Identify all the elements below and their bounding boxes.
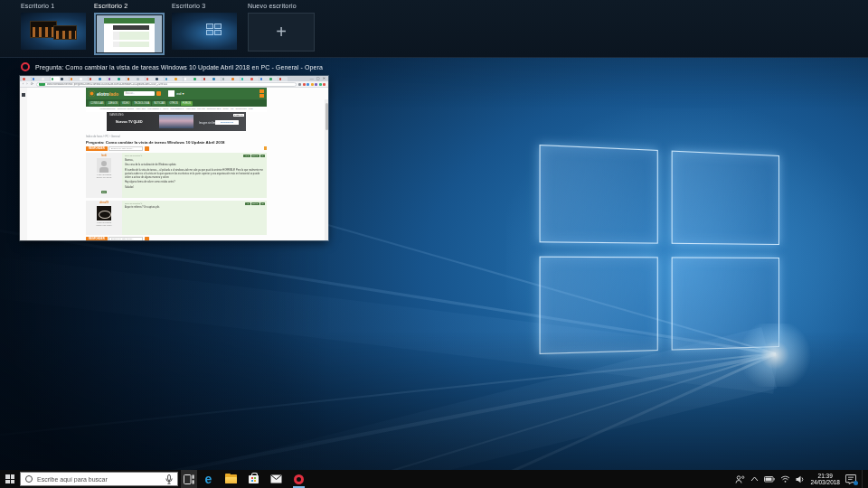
browser-scrollbar[interactable]	[325, 99, 328, 240]
desktop-tile-2-selected[interactable]: Escritorio 2	[94, 3, 165, 55]
extension-icon[interactable]	[315, 83, 317, 86]
extension-icon[interactable]	[298, 83, 301, 86]
nav-otros[interactable]: OTROS	[167, 101, 179, 106]
thread-search-input-bottom[interactable]: Buscar en este tema...	[108, 237, 143, 241]
nav-juegos[interactable]: JUEGOS	[106, 101, 119, 106]
browser-tab[interactable]	[269, 77, 278, 81]
post-number[interactable]: #2	[260, 202, 265, 205]
thread-search-button-bottom[interactable]	[145, 237, 149, 241]
nav-video[interactable]: VÍDEO	[120, 101, 131, 106]
browser-tab[interactable]	[127, 77, 136, 81]
nav-foros[interactable]: FOROS	[181, 101, 193, 106]
thread-search-button[interactable]	[145, 146, 149, 151]
back-icon[interactable]: ‹	[23, 81, 24, 87]
browser-tab[interactable]	[241, 77, 250, 81]
volume-icon[interactable]	[796, 475, 805, 483]
show-desktop-button[interactable]	[862, 470, 864, 488]
post-number[interactable]: #1	[260, 155, 265, 157]
nav-noticias[interactable]: NOTICIAS	[152, 101, 166, 106]
reply-button-bottom[interactable]: RESPONDER	[86, 237, 108, 241]
desktop-tile-1[interactable]: Escritorio 1	[21, 3, 86, 50]
maximize-button[interactable]: ▢	[316, 76, 320, 80]
start-button[interactable]	[0, 470, 20, 488]
browser-tab[interactable]	[222, 77, 231, 81]
browser-tab[interactable]	[98, 77, 107, 81]
desktop-tile-3[interactable]: Escritorio 3	[172, 3, 237, 50]
store-app[interactable]	[242, 470, 265, 488]
user-menu[interactable]: eol ▾	[176, 91, 184, 96]
vote-button[interactable]: +1	[245, 202, 250, 205]
browser-tab[interactable]	[108, 77, 117, 81]
new-desktop-button[interactable]: +	[248, 13, 315, 52]
quote-button[interactable]: CITAR	[251, 155, 259, 157]
browser-tab[interactable]	[184, 77, 193, 81]
browser-tab[interactable]	[136, 77, 145, 81]
extension-icon[interactable]	[303, 83, 306, 86]
reload-icon[interactable]: ⟳	[31, 81, 34, 87]
wifi-icon[interactable]	[780, 475, 790, 483]
reply-button[interactable]: RESPONDER	[86, 146, 108, 151]
browser-tab[interactable]	[212, 77, 221, 81]
mail-app[interactable]	[265, 470, 288, 488]
browser-tab[interactable]	[117, 77, 126, 81]
task-view-button[interactable]	[181, 470, 197, 488]
desktop-3-thumbnail[interactable]	[172, 13, 237, 50]
desktop-1-thumbnail[interactable]	[21, 13, 86, 50]
edge-app[interactable]: e	[197, 470, 220, 488]
taskbar-clock[interactable]: 21:39 24/03/2018	[810, 473, 840, 486]
browser-tab[interactable]	[70, 77, 79, 81]
post-1-author[interactable]: ferdi	[88, 155, 121, 157]
browser-tab[interactable]	[146, 77, 155, 81]
taskbar-search[interactable]: Escribe aquí para buscar	[20, 472, 178, 486]
samsung-ad-banner[interactable]: SAMSUNG Nuevos TV QLED Imagen sin límite…	[107, 112, 246, 131]
opera-app-active[interactable]	[288, 470, 310, 488]
extension-icon[interactable]	[311, 83, 314, 86]
vote-button[interactable]: +1 0	[243, 155, 250, 157]
new-desktop-tile[interactable]: Nuevo escritorio +	[248, 3, 315, 52]
people-icon[interactable]	[735, 475, 745, 483]
ad-cta-button[interactable]: Descúbrelos	[215, 120, 239, 125]
browser-tab[interactable]	[89, 77, 98, 81]
header-action-buttons[interactable]	[259, 89, 264, 98]
browser-tab[interactable]	[165, 77, 174, 81]
minimize-button[interactable]: —	[310, 76, 314, 80]
nav-tecnologia[interactable]: TECNOLOGÍA	[132, 101, 151, 106]
page-icon[interactable]	[264, 146, 268, 151]
browser-tab[interactable]	[155, 77, 164, 81]
browser-tab[interactable]	[231, 77, 240, 81]
browser-tab[interactable]	[51, 77, 60, 81]
file-explorer-app[interactable]	[220, 470, 242, 488]
scrollbar-thumb[interactable]	[326, 103, 328, 130]
thread-search-input[interactable]: Buscar en este tema...	[108, 146, 143, 151]
close-button[interactable]: ✕	[323, 76, 326, 80]
extension-icon[interactable]	[307, 83, 309, 86]
browser-tab[interactable]	[60, 77, 69, 81]
browser-tab[interactable]	[79, 77, 88, 81]
browser-tab[interactable]	[259, 77, 269, 81]
extension-icon[interactable]	[319, 83, 322, 86]
browser-tab[interactable]	[203, 77, 212, 81]
browser-tab[interactable]	[193, 77, 202, 81]
extension-icon[interactable]	[323, 83, 326, 86]
quote-button[interactable]: CITAR	[251, 202, 259, 205]
site-search-button[interactable]	[156, 91, 161, 96]
forward-icon[interactable]: ›	[26, 81, 28, 87]
sidebar-bookmark-icon[interactable]	[22, 93, 25, 97]
url-field[interactable]: www.elotrolado.net/hilo_pregunta-como-ca…	[36, 82, 297, 87]
opera-window-thumbnail[interactable]: — ▢ ✕ ‹ › ⟳ www.elotrolado.net/hilo_preg…	[20, 76, 328, 240]
browser-tab[interactable]	[278, 77, 288, 81]
site-logo[interactable]: elotrolado	[97, 91, 118, 97]
nav-consolas[interactable]: CONSOLAS	[89, 101, 105, 106]
breadcrumb[interactable]: Índice de foros » PC › General	[86, 135, 267, 138]
microphone-icon[interactable]	[165, 474, 173, 484]
chevron-up-icon[interactable]	[750, 476, 759, 482]
user-avatar[interactable]	[168, 90, 175, 97]
browser-tab[interactable]	[250, 77, 259, 81]
post-2-author[interactable]: ultras78	[88, 202, 121, 204]
action-center-button[interactable]	[845, 474, 856, 484]
battery-icon[interactable]	[764, 475, 775, 483]
site-search-input[interactable]: Buscar...	[124, 91, 155, 96]
browser-tab[interactable]	[41, 77, 50, 81]
browser-tab[interactable]	[174, 77, 183, 81]
desktop-2-thumbnail[interactable]	[94, 13, 165, 55]
